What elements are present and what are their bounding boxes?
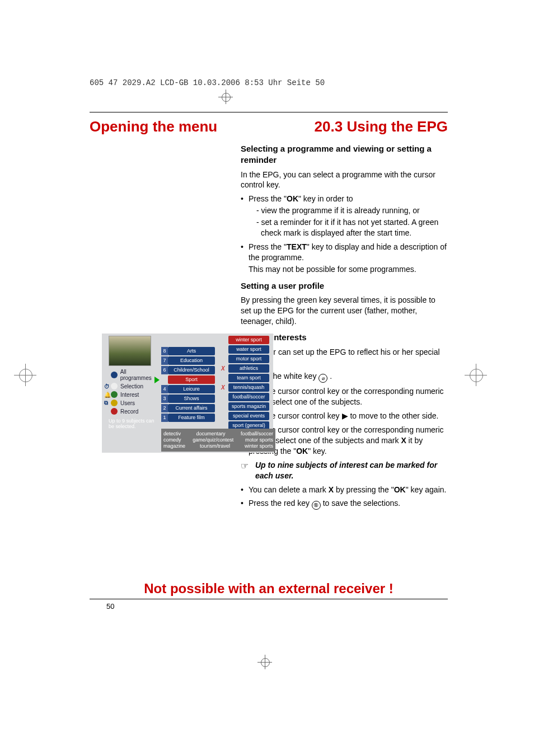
tv-preview-thumbnail — [109, 336, 151, 366]
label: Users — [120, 400, 135, 406]
text: Press the " — [249, 242, 287, 251]
hand-pointer-icon: ☞ — [241, 460, 255, 481]
subcategory-label: football/soccer — [228, 393, 269, 401]
footer-item: documentary — [196, 431, 225, 436]
subject-row[interactable]: 1Feature film — [161, 414, 215, 422]
bullet-red-key: Press the red key ⦿ to save the selectio… — [241, 498, 448, 510]
bell-icon: 🔔 — [104, 392, 110, 398]
bullet-text-key: Press the "TEXT" key to display and hide… — [241, 242, 448, 275]
x-mark-icon: X — [221, 384, 227, 391]
subject-row[interactable]: 8Arts — [161, 347, 215, 355]
text: Press the " — [249, 194, 287, 203]
label: Selection — [120, 383, 143, 389]
sub-set-reminder: - set a reminder for it if it has not ye… — [249, 217, 448, 238]
body-column: Selecting a programme and viewing or set… — [241, 143, 448, 510]
side-record[interactable]: Record — [104, 408, 158, 415]
subcategory-row[interactable]: sports magazin — [221, 402, 269, 411]
subcategory-label: water sport — [228, 345, 269, 354]
subcategory-row[interactable]: water sport — [221, 345, 269, 354]
text-key-note: This may not be possible for some progra… — [249, 264, 448, 275]
epg-side-menu: All programmes ⏱ Selection 🔔 Interest ⧉ … — [104, 367, 158, 416]
subject-number: 6 — [161, 366, 168, 374]
ok-key-label: OK — [296, 447, 308, 456]
white-key-icon: ⌀ — [318, 374, 327, 383]
subject-row[interactable]: 6Children/School — [161, 366, 215, 374]
x-mark-icon: X — [221, 365, 227, 372]
x-mark: X — [401, 436, 406, 445]
subject-number: 1 — [161, 414, 168, 422]
opening-menu-title: Opening the menu — [90, 118, 217, 135]
subcategory-label: tennis/squash — [228, 383, 269, 392]
text: " key in order to — [298, 194, 353, 203]
subject-number: 8 — [161, 347, 168, 355]
crop-mark-bottom — [257, 655, 272, 669]
red-dot-icon — [111, 408, 118, 415]
subcategory-label: sports magazin — [228, 402, 269, 411]
epg-screenshot: All programmes ⏱ Selection 🔔 Interest ⧉ … — [102, 334, 273, 453]
subject-number: 3 — [161, 395, 168, 403]
subject-label: Children/School — [168, 366, 215, 374]
subject-number: 7 — [161, 356, 168, 365]
note-nine-subjects: ☞ Up to nine subjects of interest can be… — [241, 460, 448, 481]
side-users[interactable]: ⧉ Users — [104, 400, 158, 406]
label: All programmes — [120, 369, 158, 381]
side-all-programmes[interactable]: All programmes — [104, 369, 158, 381]
footer-item: football/soccer — [241, 431, 273, 436]
play-arrow-icon — [154, 377, 160, 383]
subcategory-label: special events — [228, 412, 269, 420]
footer-item: tourism/travel — [200, 443, 230, 449]
side-selection[interactable]: ⏱ Selection — [104, 383, 158, 389]
subcategory-row[interactable]: special events — [221, 412, 269, 420]
heading-user-profile: Setting a user profile — [241, 280, 448, 292]
epg-hint: Up to 9 subjects can be selected. — [109, 419, 154, 430]
label: Record — [120, 408, 138, 415]
subject-number: 4 — [161, 385, 168, 393]
ok-key-label: OK — [394, 485, 406, 494]
subject-label: Feature film — [168, 414, 215, 422]
text: " key again. — [406, 485, 447, 494]
bullet-delete-mark: You can delete a mark X by pressing the … — [241, 485, 448, 495]
subject-row[interactable]: 2Current affairs — [161, 404, 215, 412]
subcategory-row[interactable]: Xathletics — [221, 364, 269, 373]
footer-item: detectiv — [163, 431, 181, 436]
epg-footer-grid: detectivdocumentaryfootball/soccercomedy… — [161, 429, 275, 452]
yellow-dot-icon — [111, 400, 118, 406]
label: Interest — [120, 392, 139, 398]
white-dot-icon — [111, 383, 118, 389]
subject-row[interactable]: 3Shows — [161, 395, 215, 403]
section-title: 20.3 Using the EPG — [315, 118, 448, 135]
text-key-label: TEXT — [287, 242, 307, 251]
title-row: Opening the menu 20.3 Using the EPG — [90, 112, 448, 135]
footer-item: winter sports — [245, 443, 273, 449]
subject-row[interactable]: Sport — [161, 375, 215, 384]
epg-subcategory-column: winter sportwater sportmotor sportXathle… — [221, 336, 269, 431]
subject-label: Current affairs — [168, 404, 215, 412]
subcategory-row[interactable]: team sport — [221, 374, 269, 382]
heading-selecting: Selecting a programme and viewing or set… — [241, 143, 448, 166]
subcategory-row[interactable]: Xtennis/squash — [221, 383, 269, 392]
subject-label: Leicure — [168, 385, 215, 393]
subject-row[interactable]: 7Education — [161, 356, 215, 365]
footer-row: magazinetourism/travelwinter sports — [163, 443, 273, 449]
sub-view-programme: - view the programme if it is already ru… — [249, 205, 448, 216]
subcategory-row[interactable]: winter sport — [221, 336, 269, 344]
clock-icon: ⏱ — [104, 383, 110, 389]
subcategory-row[interactable]: football/soccer — [221, 393, 269, 401]
text: to save the selections. — [321, 499, 400, 508]
x-mark: X — [329, 485, 334, 494]
blue-dot-icon — [111, 372, 118, 378]
text: by pressing the " — [334, 485, 394, 494]
subcategory-label: athletics — [228, 364, 269, 373]
subcategory-row[interactable]: motor sport — [221, 355, 269, 363]
red-key-icon: ⦿ — [312, 501, 321, 510]
subject-label: Shows — [168, 395, 215, 403]
subject-row[interactable]: 4Leicure — [161, 385, 215, 393]
side-interest[interactable]: 🔔 Interest — [104, 391, 158, 398]
subject-label: Education — [168, 356, 215, 365]
print-header-note: 605 47 2029.A2 LCD-GB 10.03.2006 8:53 Uh… — [90, 78, 325, 87]
subject-label: Sport — [168, 375, 215, 384]
subcategory-label: team sport — [228, 374, 269, 382]
note-text: Up to nine subjects of interest can be m… — [255, 460, 448, 481]
ok-key-label: OK — [287, 194, 298, 203]
epg-subject-column: 8Arts7Education6Children/SchoolSport4Lei… — [161, 347, 215, 423]
